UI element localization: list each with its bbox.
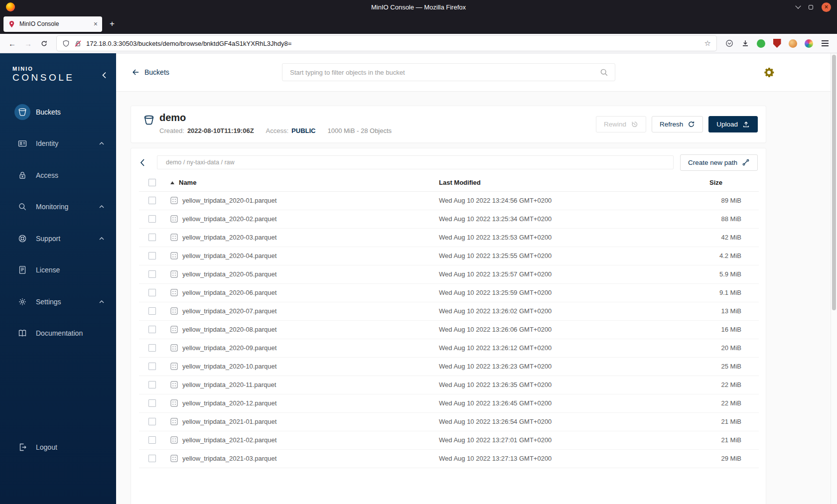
row-checkbox[interactable] xyxy=(148,289,156,296)
table-row[interactable]: yellow_tripdata_2020-02.parquet Wed Aug … xyxy=(139,210,759,228)
row-select-cell xyxy=(139,302,163,320)
object-name-cell[interactable]: yellow_tripdata_2020-07.parquet xyxy=(163,302,439,320)
row-checkbox[interactable] xyxy=(148,381,156,388)
table-row[interactable]: yellow_tripdata_2020-08.parquet Wed Aug … xyxy=(139,320,759,339)
window-close-button[interactable]: × xyxy=(822,2,831,12)
row-checkbox[interactable] xyxy=(148,326,156,333)
window-minimize-button[interactable] xyxy=(796,6,800,8)
upload-button[interactable]: Upload xyxy=(708,116,758,132)
extension-ublock-button[interactable] xyxy=(770,36,784,51)
table-row[interactable]: yellow_tripdata_2021-03.parquet Wed Aug … xyxy=(139,449,759,468)
tab-minio-console[interactable]: MinIO Console × xyxy=(3,16,102,32)
object-name-cell[interactable]: yellow_tripdata_2020-06.parquet xyxy=(163,283,439,302)
back-to-buckets-link[interactable]: Buckets xyxy=(132,68,169,76)
app-menu-button[interactable] xyxy=(818,36,832,51)
sidebar-item-buckets[interactable]: Buckets xyxy=(0,96,116,128)
object-name-cell[interactable]: yellow_tripdata_2020-08.parquet xyxy=(163,320,439,339)
column-header-last-modified[interactable]: Last Modified xyxy=(439,174,702,191)
column-header-name[interactable]: Name xyxy=(163,174,439,191)
row-checkbox[interactable] xyxy=(148,270,156,278)
object-name: yellow_tripdata_2020-08.parquet xyxy=(182,326,277,333)
object-name-cell[interactable]: yellow_tripdata_2021-03.parquet xyxy=(163,449,439,468)
row-checkbox[interactable] xyxy=(148,399,156,407)
chevron-up-icon xyxy=(99,205,104,209)
row-checkbox[interactable] xyxy=(148,307,156,315)
sidebar-item-settings[interactable]: Settings xyxy=(0,286,116,318)
downloads-button[interactable] xyxy=(738,36,752,51)
row-checkbox[interactable] xyxy=(148,215,156,223)
object-name-cell[interactable]: yellow_tripdata_2020-10.parquet xyxy=(163,357,439,376)
select-all-cell xyxy=(139,174,163,191)
object-name-cell[interactable]: yellow_tripdata_2020-09.parquet xyxy=(163,339,439,357)
extension-pinwheel-button[interactable] xyxy=(802,36,816,51)
select-all-checkbox[interactable] xyxy=(148,179,156,186)
object-name-cell[interactable]: yellow_tripdata_2020-02.parquet xyxy=(163,210,439,228)
browser-back-button[interactable]: ← xyxy=(5,36,19,51)
sidebar-item-documentation[interactable]: Documentation xyxy=(0,318,116,350)
object-name: yellow_tripdata_2020-11.parquet xyxy=(182,381,276,388)
table-row[interactable]: yellow_tripdata_2020-05.parquet Wed Aug … xyxy=(139,265,759,283)
object-size-cell: 22 MiB xyxy=(702,394,759,412)
sidebar-item-support[interactable]: Support xyxy=(0,223,116,254)
column-header-size[interactable]: Size xyxy=(702,174,759,191)
object-name-cell[interactable]: yellow_tripdata_2020-03.parquet xyxy=(163,228,439,247)
pocket-button[interactable] xyxy=(722,36,736,51)
table-row[interactable]: yellow_tripdata_2020-03.parquet Wed Aug … xyxy=(139,228,759,247)
path-row: demo / ny-taxi-data / raw Create new pat… xyxy=(139,152,758,173)
table-row[interactable]: yellow_tripdata_2021-01.parquet Wed Aug … xyxy=(139,412,759,431)
row-checkbox[interactable] xyxy=(148,436,156,444)
search-input[interactable] xyxy=(289,68,600,77)
extension-green-button[interactable] xyxy=(754,36,768,51)
page-scrollbar[interactable] xyxy=(831,53,837,504)
sidebar-item-license[interactable]: License xyxy=(0,254,116,286)
table-row[interactable]: yellow_tripdata_2021-02.parquet Wed Aug … xyxy=(139,431,759,449)
breadcrumb[interactable]: demo / ny-taxi-data / raw xyxy=(157,155,674,169)
object-name-cell[interactable]: yellow_tripdata_2020-04.parquet xyxy=(163,247,439,265)
bookmark-star-icon[interactable]: ☆ xyxy=(704,39,711,48)
object-name-cell[interactable]: yellow_tripdata_2020-05.parquet xyxy=(163,265,439,283)
table-row[interactable]: yellow_tripdata_2020-01.parquet Wed Aug … xyxy=(139,191,759,210)
object-name-cell[interactable]: yellow_tripdata_2021-02.parquet xyxy=(163,431,439,449)
sidebar-item-identity[interactable]: Identity xyxy=(0,128,116,160)
create-new-path-button[interactable]: Create new path xyxy=(680,154,758,171)
tracking-shield-icon[interactable] xyxy=(62,40,70,47)
table-row[interactable]: yellow_tripdata_2020-11.parquet Wed Aug … xyxy=(139,376,759,394)
row-checkbox[interactable] xyxy=(148,455,156,462)
refresh-button[interactable]: Refresh xyxy=(652,116,703,132)
object-modified-cell: Wed Aug 10 2022 13:25:34 GMT+0200 xyxy=(439,210,702,228)
table-row[interactable]: yellow_tripdata_2020-09.parquet Wed Aug … xyxy=(139,339,759,357)
insecure-lock-icon[interactable] xyxy=(74,40,82,47)
tab-close-icon[interactable]: × xyxy=(94,20,98,27)
reload-button[interactable] xyxy=(37,36,51,51)
row-checkbox[interactable] xyxy=(148,234,156,241)
row-checkbox[interactable] xyxy=(148,344,156,352)
rewind-button[interactable]: Rewind xyxy=(596,116,646,132)
table-row[interactable]: yellow_tripdata_2020-06.parquet Wed Aug … xyxy=(139,283,759,302)
console-settings-button[interactable] xyxy=(761,65,776,80)
window-maximize-button[interactable] xyxy=(809,5,813,9)
row-checkbox[interactable] xyxy=(148,363,156,370)
gear-icon xyxy=(763,66,775,79)
object-name-cell[interactable]: yellow_tripdata_2020-11.parquet xyxy=(163,376,439,394)
object-name-cell[interactable]: yellow_tripdata_2020-12.parquet xyxy=(163,394,439,412)
sidebar-item-monitoring[interactable]: Monitoring xyxy=(0,191,116,223)
upload-label: Upload xyxy=(716,121,738,128)
table-row[interactable]: yellow_tripdata_2020-10.parquet Wed Aug … xyxy=(139,357,759,376)
new-tab-button[interactable]: + xyxy=(106,17,119,30)
path-back-button[interactable] xyxy=(139,158,157,167)
table-row[interactable]: yellow_tripdata_2020-12.parquet Wed Aug … xyxy=(139,394,759,412)
object-name-cell[interactable]: yellow_tripdata_2020-01.parquet xyxy=(163,191,439,210)
table-row[interactable]: yellow_tripdata_2020-04.parquet Wed Aug … xyxy=(139,247,759,265)
scrollbar-thumb[interactable] xyxy=(832,55,836,310)
url-bar[interactable]: 172.18.0.3:30503/buckets/demo/browse/bnk… xyxy=(57,36,716,51)
sidebar-collapse-button[interactable] xyxy=(102,72,107,79)
row-checkbox[interactable] xyxy=(148,418,156,425)
row-checkbox[interactable] xyxy=(148,252,156,259)
table-row[interactable]: yellow_tripdata_2020-07.parquet Wed Aug … xyxy=(139,302,759,320)
sidebar-item-access[interactable]: Access xyxy=(0,159,116,191)
row-checkbox[interactable] xyxy=(148,197,156,204)
object-name-cell[interactable]: yellow_tripdata_2021-01.parquet xyxy=(163,412,439,431)
browser-forward-button[interactable]: → xyxy=(21,36,35,51)
extension-avatar-button[interactable] xyxy=(786,36,800,51)
sidebar-item-logout[interactable]: Logout xyxy=(0,437,116,457)
